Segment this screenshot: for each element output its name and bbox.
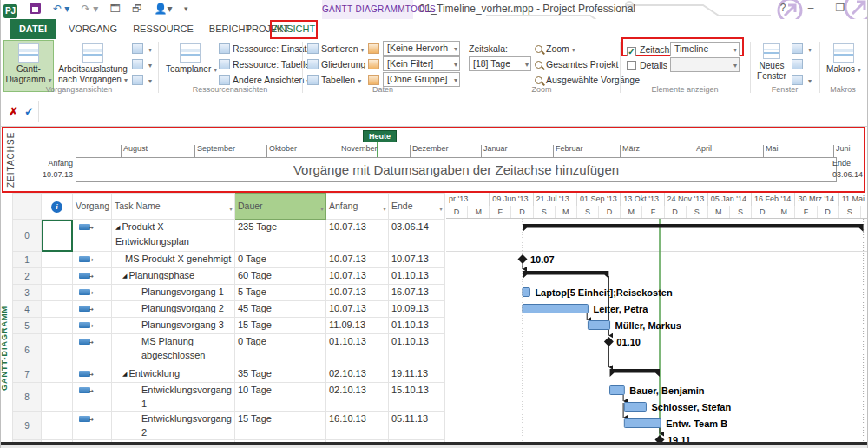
start-cell[interactable]: 11.09.13 bbox=[326, 318, 389, 334]
end-column-header[interactable]: Ende▾ bbox=[389, 194, 445, 220]
end-cell[interactable]: 01.10.13 bbox=[389, 268, 445, 285]
end-cell[interactable]: 01.10.13 bbox=[389, 334, 445, 366]
duration-cell[interactable]: 10 Tage bbox=[235, 383, 326, 412]
end-cell[interactable]: 10.09.13 bbox=[389, 301, 445, 318]
table-row[interactable]: 6 MS Planung abgeschlossen 0 Tage 01.10.… bbox=[13, 334, 445, 366]
mode-cell[interactable] bbox=[73, 334, 112, 366]
timeline-placeholder[interactable]: Vorgänge mit Datumsangaben der Zeitachse… bbox=[76, 157, 837, 182]
end-cell[interactable]: 03.06.14 bbox=[389, 220, 445, 252]
duration-column-header[interactable]: Dauer▾ bbox=[235, 194, 326, 220]
duration-cell[interactable]: 5 Tage bbox=[235, 285, 326, 301]
cancel-entry-icon[interactable]: ✗ bbox=[9, 105, 18, 118]
tab-vorgang[interactable]: VORGANG bbox=[62, 19, 123, 39]
end-cell[interactable]: 05.11.13 bbox=[389, 412, 445, 440]
task-name-cell[interactable]: MS Planung abgeschlossen bbox=[112, 334, 235, 366]
entry-field[interactable] bbox=[40, 99, 866, 124]
start-cell[interactable]: 10.07.13 bbox=[326, 252, 389, 268]
info-cell[interactable] bbox=[42, 268, 73, 285]
row-number[interactable]: 5 bbox=[13, 318, 42, 334]
group-by-icon[interactable] bbox=[368, 75, 379, 85]
mode-cell[interactable] bbox=[73, 252, 112, 268]
zeitskala-combo[interactable]: [18] Tage bbox=[469, 56, 531, 71]
hide-window-button[interactable] bbox=[792, 57, 806, 71]
table-row[interactable]: 3 Planungsvorgang 1 5 Tage 10.07.13 16.0… bbox=[13, 285, 445, 301]
filter-icon[interactable] bbox=[368, 59, 379, 69]
task-name-cell[interactable]: Planungsvorgang 2 bbox=[112, 301, 235, 318]
maximize-button[interactable]: ❐ bbox=[832, 2, 849, 14]
table-row[interactable]: 1 MS Produkt X genehmigt 0 Tage 10.07.13… bbox=[13, 252, 445, 268]
start-cell[interactable]: 10.07.13 bbox=[326, 285, 389, 301]
task-name-cell[interactable]: MS Produkt X genehmigt bbox=[112, 252, 235, 268]
mode-cell[interactable] bbox=[73, 383, 112, 412]
highlight-combo[interactable]: [Keine Hervorh bbox=[383, 41, 460, 56]
tab-ressource[interactable]: RESSOURCE bbox=[128, 19, 198, 39]
highlight-icon[interactable] bbox=[368, 43, 379, 54]
table-corner-cell[interactable] bbox=[13, 194, 42, 220]
end-cell[interactable]: 19.11.13 bbox=[389, 366, 445, 383]
duration-cell[interactable]: 45 Tage bbox=[235, 301, 326, 318]
undo-icon[interactable]: ↶ ▾ bbox=[53, 0, 69, 17]
mode-cell[interactable] bbox=[73, 268, 112, 285]
duration-cell[interactable]: 15 Tage bbox=[235, 318, 326, 334]
arrange-all-button[interactable] bbox=[792, 42, 812, 56]
row-number[interactable]: 4 bbox=[13, 301, 42, 318]
duration-cell[interactable]: 0 Tage bbox=[235, 252, 326, 268]
info-column-header[interactable]: i bbox=[42, 194, 73, 220]
duration-cell[interactable]: 15 Tage bbox=[235, 412, 326, 440]
mode-cell[interactable] bbox=[73, 220, 112, 252]
task-name-cell[interactable]: ◢Planungsphase bbox=[112, 268, 235, 285]
row-number[interactable]: 1 bbox=[13, 252, 42, 268]
table-row[interactable]: 4 Planungsvorgang 2 45 Tage 10.07.13 10.… bbox=[13, 301, 445, 318]
start-cell[interactable]: 10.07.13 bbox=[326, 268, 389, 285]
end-cell[interactable]: 01.10.13 bbox=[389, 318, 445, 334]
makros-button[interactable]: Makros bbox=[825, 40, 863, 92]
collapse-triangle[interactable]: ◢ bbox=[122, 273, 127, 279]
mode-column-header[interactable]: Vorgang▾ bbox=[73, 194, 112, 220]
calendar-view-button[interactable] bbox=[132, 57, 152, 71]
end-cell[interactable]: 16.07.13 bbox=[389, 285, 445, 301]
table-row[interactable]: 7 ◢Entwicklung 35 Tage 02.10.13 19.11.13 bbox=[13, 366, 445, 383]
row-number[interactable]: 6 bbox=[13, 334, 42, 366]
move-task-icon[interactable]: 🗗 bbox=[132, 0, 142, 17]
mode-cell[interactable] bbox=[73, 285, 112, 301]
help-button[interactable]: ? bbox=[774, 2, 792, 14]
start-cell[interactable]: 10.07.13 bbox=[326, 301, 389, 318]
filter-combo[interactable]: [Kein Filter] bbox=[383, 56, 460, 71]
collapse-triangle[interactable]: ◢ bbox=[122, 371, 127, 377]
details-checkbox[interactable]: Details bbox=[627, 58, 667, 72]
task-name-cell[interactable]: Entwicklungsvorgang 1 bbox=[112, 383, 235, 412]
zoom-view-icon[interactable]: 🗔 bbox=[110, 0, 121, 17]
network-diagram-button[interactable] bbox=[132, 42, 152, 56]
row-number[interactable]: 9 bbox=[13, 412, 42, 440]
save-icon[interactable] bbox=[30, 3, 41, 14]
duration-cell[interactable]: 0 Tage bbox=[235, 334, 326, 366]
table-row[interactable]: 8 Entwicklungsvorgang 1 10 Tage 02.10.13… bbox=[13, 383, 445, 412]
row-number[interactable]: 0 bbox=[13, 220, 42, 252]
neues-fenster-button[interactable]: NeuesFenster bbox=[755, 40, 788, 92]
info-cell[interactable] bbox=[42, 220, 73, 252]
info-cell[interactable] bbox=[42, 318, 73, 334]
info-cell[interactable] bbox=[42, 334, 73, 366]
qat-customize-icon[interactable]: ▾ bbox=[184, 0, 188, 17]
confirm-entry-icon[interactable]: ✓ bbox=[24, 105, 34, 118]
task-usage-button[interactable]: Arbeitsauslastungnach Vorgängen bbox=[56, 40, 130, 92]
tab-datei[interactable]: DATEI bbox=[10, 19, 56, 39]
start-cell[interactable]: 02.10.13 bbox=[326, 383, 389, 412]
table-row[interactable]: 2 ◢Planungsphase 60 Tage 10.07.13 01.10.… bbox=[13, 268, 445, 285]
mode-cell[interactable] bbox=[73, 366, 112, 383]
collapse-triangle[interactable]: ◢ bbox=[115, 224, 120, 230]
info-cell[interactable] bbox=[42, 412, 73, 440]
end-cell[interactable]: 10.07.13 bbox=[389, 252, 445, 268]
zoom-button[interactable]: Zoom bbox=[535, 42, 575, 56]
start-cell[interactable]: 10.07.13 bbox=[326, 220, 389, 252]
gantt-diagramm-button[interactable]: Gantt-Diagramm bbox=[3, 40, 54, 92]
entire-project-button[interactable]: Gesamtes Projekt bbox=[535, 57, 618, 71]
duration-cell[interactable]: 235 Tage bbox=[235, 220, 326, 252]
mode-cell[interactable] bbox=[73, 318, 112, 334]
start-cell[interactable]: 02.10.13 bbox=[326, 366, 389, 383]
timeline-combo[interactable]: Timeline bbox=[670, 42, 740, 56]
info-cell[interactable] bbox=[42, 301, 73, 318]
name-column-header[interactable]: Task Name▾ bbox=[112, 194, 235, 220]
timeline-pane[interactable]: ZEITACHSE Heute AugustSeptemberOktoberNo… bbox=[2, 127, 865, 193]
info-cell[interactable] bbox=[42, 366, 73, 383]
